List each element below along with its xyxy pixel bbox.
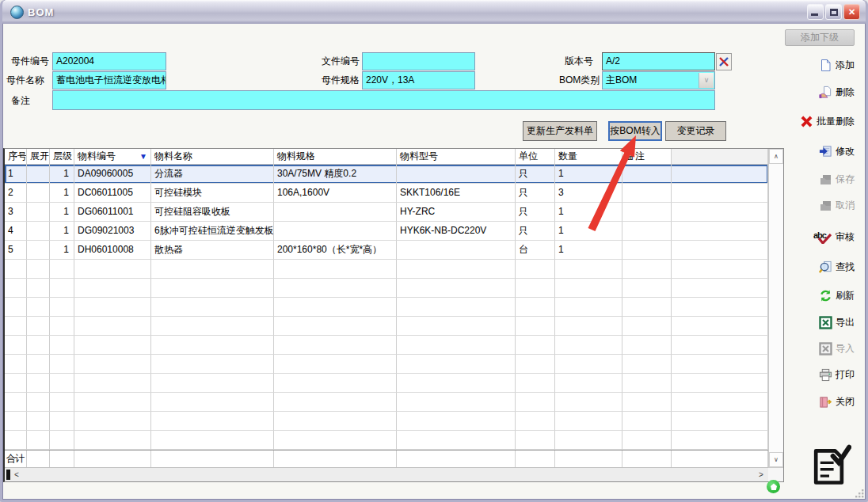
col-header-spec[interactable]: 物料规格 — [274, 149, 397, 165]
cell-qty[interactable]: 1 — [555, 203, 622, 222]
cell-empty[interactable] — [151, 374, 274, 393]
cell-model[interactable]: HY-ZRC — [397, 203, 516, 222]
cell-code[interactable]: DA09060005 — [74, 165, 151, 184]
scroll-right-button[interactable]: > — [756, 469, 767, 481]
cell-empty[interactable] — [516, 431, 555, 450]
table-row-empty[interactable] — [5, 431, 768, 450]
cell-empty[interactable] — [50, 393, 74, 412]
cell-empty[interactable] — [555, 355, 622, 374]
table-row-empty[interactable] — [5, 317, 768, 336]
table-row-empty[interactable] — [5, 298, 768, 317]
cell-empty[interactable] — [5, 355, 27, 374]
col-header-name[interactable]: 物料名称 — [151, 149, 274, 165]
cell-empty[interactable] — [50, 431, 74, 450]
cell-empty[interactable] — [622, 260, 672, 279]
cell-unit[interactable]: 只 — [516, 203, 555, 222]
maximize-button[interactable] — [825, 4, 842, 20]
cell-extra[interactable] — [672, 241, 768, 260]
cell-empty[interactable] — [397, 298, 516, 317]
cell-level[interactable]: 1 — [50, 241, 74, 260]
cell-level[interactable]: 1 — [50, 203, 74, 222]
cell-empty[interactable] — [397, 317, 516, 336]
cell-seq[interactable]: 2 — [5, 184, 27, 203]
cell-empty[interactable] — [27, 355, 50, 374]
cell-extra[interactable] — [672, 222, 768, 241]
parent-name-field[interactable]: 蓄电池电子恒流逆变放电柜 — [52, 71, 166, 89]
cell-empty[interactable] — [27, 260, 50, 279]
cell-empty[interactable] — [151, 431, 274, 450]
cell-empty[interactable] — [5, 374, 27, 393]
cell-empty[interactable] — [74, 317, 151, 336]
table-row-empty[interactable] — [5, 412, 768, 431]
cell-empty[interactable] — [5, 298, 27, 317]
delete-button[interactable]: 删除 — [819, 82, 855, 101]
table-row[interactable]: 2 1 DC06011005 可控硅模块 106A,1600V SKKT106/… — [5, 184, 768, 203]
cell-empty[interactable] — [5, 336, 27, 355]
cell-unit[interactable]: 台 — [516, 241, 555, 260]
col-header-code[interactable]: 物料编号 ▼ — [74, 149, 151, 165]
cell-empty[interactable] — [151, 260, 274, 279]
cell-empty[interactable] — [516, 336, 555, 355]
cell-empty[interactable] — [555, 431, 622, 450]
change-log-button[interactable]: 变更记录 — [665, 121, 726, 141]
table-row-empty[interactable] — [5, 260, 768, 279]
cell-empty[interactable] — [5, 317, 27, 336]
cell-empty[interactable] — [5, 279, 27, 298]
cell-empty[interactable] — [516, 412, 555, 431]
cell-remark[interactable] — [622, 203, 672, 222]
cell-level[interactable]: 1 — [50, 165, 74, 184]
col-header-expand[interactable]: 展开 — [27, 149, 50, 165]
cell-qty[interactable]: 3 — [555, 184, 622, 203]
add-button[interactable]: 添加 — [819, 55, 855, 74]
file-code-field[interactable] — [362, 52, 475, 70]
cell-expand[interactable] — [27, 165, 50, 184]
cell-empty[interactable] — [74, 298, 151, 317]
table-row[interactable]: 1 1 DA09060005 分流器 30A/75MV 精度0.2 只 1 — [5, 165, 768, 184]
parent-code-field[interactable]: A202004 — [52, 52, 166, 70]
cell-expand[interactable] — [27, 222, 50, 241]
cell-expand[interactable] — [27, 203, 50, 222]
cell-empty[interactable] — [27, 336, 50, 355]
cell-empty[interactable] — [74, 393, 151, 412]
cell-spec[interactable]: 200*160*80（长*宽*高） — [274, 241, 397, 260]
cell-name[interactable]: 可控硅模块 — [151, 184, 274, 203]
cell-empty[interactable] — [50, 355, 74, 374]
cell-empty[interactable] — [555, 298, 622, 317]
cell-empty[interactable] — [555, 317, 622, 336]
cell-empty[interactable] — [50, 279, 74, 298]
cell-empty[interactable] — [555, 412, 622, 431]
cell-seq[interactable]: 5 — [5, 241, 27, 260]
cell-remark[interactable] — [622, 241, 672, 260]
cell-empty[interactable] — [274, 374, 397, 393]
cell-expand[interactable] — [27, 184, 50, 203]
cell-empty[interactable] — [397, 260, 516, 279]
vertical-scrollbar[interactable]: ∧ ∨ — [768, 149, 783, 467]
col-header-qty[interactable]: 数量 — [555, 149, 622, 165]
cell-empty[interactable] — [622, 412, 672, 431]
title-bar[interactable]: BOM ✕ — [2, 0, 866, 24]
cell-empty[interactable] — [274, 336, 397, 355]
cell-empty[interactable] — [672, 260, 768, 279]
cancel-button[interactable]: 取消 — [819, 196, 855, 215]
minimize-button[interactable] — [807, 4, 824, 20]
cell-empty[interactable] — [27, 279, 50, 298]
table-row-empty[interactable] — [5, 355, 768, 374]
cell-empty[interactable] — [672, 393, 768, 412]
cell-empty[interactable] — [50, 412, 74, 431]
cell-qty[interactable]: 1 — [555, 165, 622, 184]
cell-empty[interactable] — [622, 374, 672, 393]
cell-empty[interactable] — [555, 279, 622, 298]
cell-spec[interactable] — [274, 222, 397, 241]
cell-empty[interactable] — [27, 412, 50, 431]
cell-extra[interactable] — [672, 184, 768, 203]
col-header-model[interactable]: 物料型号 — [397, 149, 516, 165]
cell-empty[interactable] — [27, 298, 50, 317]
cell-empty[interactable] — [672, 317, 768, 336]
close-button[interactable]: ✕ — [843, 4, 860, 20]
cell-empty[interactable] — [50, 336, 74, 355]
cell-level[interactable]: 1 — [50, 184, 74, 203]
scroll-up-button[interactable]: ∧ — [769, 149, 783, 164]
cell-empty[interactable] — [50, 374, 74, 393]
cell-extra[interactable] — [672, 203, 768, 222]
cell-empty[interactable] — [397, 279, 516, 298]
